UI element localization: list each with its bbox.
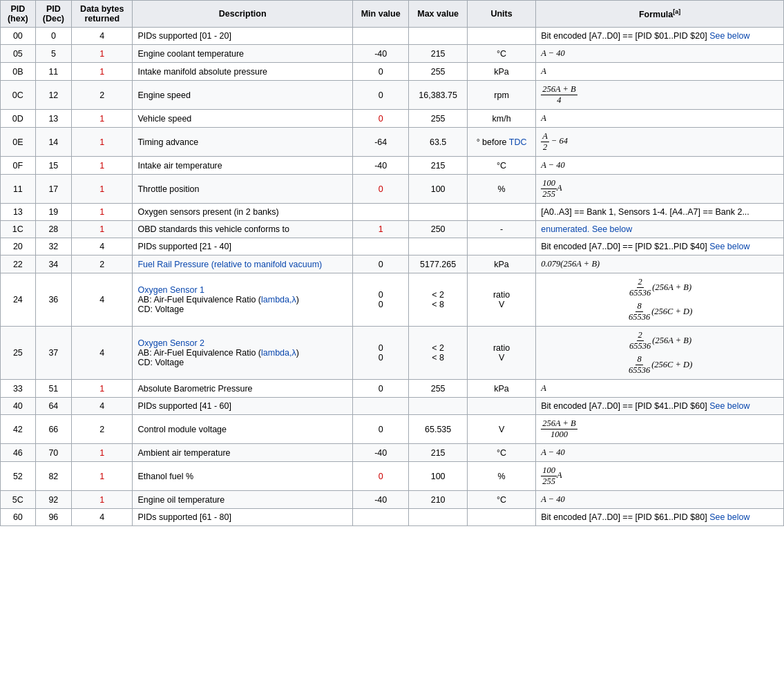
- max-value: 255: [409, 63, 468, 81]
- data-bytes: 1: [72, 63, 133, 81]
- description: Oxygen Sensor 2AB: Air-Fuel Equivalence …: [133, 327, 353, 380]
- data-bytes: 1: [72, 45, 133, 63]
- data-bytes: 4: [72, 509, 133, 526]
- min-value: 1: [353, 221, 409, 238]
- description: Oxygen sensors present (in 2 banks): [133, 204, 353, 221]
- description: Absolute Barometric Pressure: [133, 380, 353, 398]
- pid-hex: 25: [1, 327, 36, 380]
- min-value: [353, 204, 409, 221]
- description: Engine speed: [133, 81, 353, 110]
- pid-hex: 22: [1, 255, 36, 273]
- pid-dec: 15: [35, 157, 71, 175]
- units: V: [467, 415, 535, 444]
- see-below-link[interactable]: See below: [709, 31, 749, 41]
- formula: A − 40: [536, 45, 784, 63]
- units: rpm: [467, 81, 535, 110]
- units: [467, 398, 535, 415]
- max-value: [409, 204, 468, 221]
- pid-hex: 13: [1, 204, 36, 221]
- see-below-link[interactable]: See below: [709, 242, 749, 251]
- pid-dec: 11: [35, 63, 71, 81]
- max-value: 16,383.75: [409, 81, 468, 110]
- table-row: 11 17 1 Throttle position 0 100 % 100255…: [1, 175, 784, 204]
- pid-dec: 19: [35, 204, 71, 221]
- pid-dec: 51: [35, 380, 71, 398]
- see-below-link[interactable]: See below: [709, 512, 749, 522]
- formula: A − 40: [536, 491, 784, 509]
- formula: A − 40: [536, 444, 784, 462]
- header-data-bytes: Data bytesreturned: [72, 1, 133, 28]
- data-bytes: 1: [72, 204, 133, 221]
- header-pid-dec: PID(Dec): [35, 1, 71, 28]
- table-row: 0F 15 1 Intake air temperature -40 215 °…: [1, 157, 784, 175]
- description: Intake air temperature: [133, 157, 353, 175]
- data-bytes: 4: [72, 273, 133, 327]
- data-bytes: 1: [72, 157, 133, 175]
- lambda-link[interactable]: lambda,λ: [261, 295, 296, 305]
- units: [467, 204, 535, 221]
- min-value: [353, 238, 409, 255]
- min-value: [353, 28, 409, 45]
- formula: A2 − 64: [536, 128, 784, 157]
- desc-link[interactable]: Fuel Rail Pressure (relative to manifold…: [137, 260, 322, 269]
- table-row: 5C 92 1 Engine oil temperature -40 210 °…: [1, 491, 784, 509]
- header-min: Min value: [353, 1, 409, 28]
- min-value: 0: [353, 462, 409, 491]
- see-below-link[interactable]: See below: [709, 401, 749, 411]
- pid-hex: 40: [1, 398, 36, 415]
- desc-link[interactable]: Oxygen Sensor 2: [137, 338, 204, 348]
- formula: 265536(256A + B) 865536(256C + D): [536, 273, 784, 327]
- pid-hex: 20: [1, 238, 36, 255]
- description: Fuel Rail Pressure (relative to manifold…: [133, 255, 353, 273]
- data-bytes: 1: [72, 380, 133, 398]
- pid-dec: 14: [35, 128, 71, 157]
- table-row: 22 34 2 Fuel Rail Pressure (relative to …: [1, 255, 784, 273]
- header-pid-hex: PID(hex): [1, 1, 36, 28]
- formula: A: [536, 63, 784, 81]
- table-row: 05 5 1 Engine coolant temperature -40 21…: [1, 45, 784, 63]
- formula: Bit encoded [A7..D0] == [PID $21..PID $4…: [536, 238, 784, 255]
- pid-hex: 0C: [1, 81, 36, 110]
- min-value: 0: [353, 255, 409, 273]
- units: %: [467, 175, 535, 204]
- pid-dec: 13: [35, 110, 71, 128]
- header-row: PID(hex) PID(Dec) Data bytesreturned Des…: [1, 1, 784, 28]
- max-value: 65.535: [409, 415, 468, 444]
- max-value: 215: [409, 45, 468, 63]
- units: ratioV: [467, 327, 535, 380]
- pid-hex: 0B: [1, 63, 36, 81]
- min-value: 0: [353, 81, 409, 110]
- pid-dec: 70: [35, 444, 71, 462]
- max-value: 250: [409, 221, 468, 238]
- units: °C: [467, 45, 535, 63]
- lambda-link[interactable]: lambda,λ: [261, 348, 296, 358]
- formula: enumerated. See below: [536, 221, 784, 238]
- table-row: 13 19 1 Oxygen sensors present (in 2 ban…: [1, 204, 784, 221]
- pid-dec: 17: [35, 175, 71, 204]
- pid-hex: 11: [1, 175, 36, 204]
- formula: 100255A: [536, 462, 784, 491]
- data-bytes: 4: [72, 28, 133, 45]
- main-container: PID(hex) PID(Dec) Data bytesreturned Des…: [0, 0, 784, 526]
- desc-link[interactable]: Oxygen Sensor 1: [137, 285, 204, 295]
- max-value: [409, 28, 468, 45]
- max-value: 210: [409, 491, 468, 509]
- pid-hex: 0E: [1, 128, 36, 157]
- min-value: -40: [353, 444, 409, 462]
- pid-dec: 82: [35, 462, 71, 491]
- max-value: 5177.265: [409, 255, 468, 273]
- pid-hex: 46: [1, 444, 36, 462]
- units: kPa: [467, 63, 535, 81]
- description: PIDs supported [41 - 60]: [133, 398, 353, 415]
- description: Throttle position: [133, 175, 353, 204]
- tdc-link[interactable]: TDC: [509, 137, 527, 147]
- enumerated-link[interactable]: enumerated. See below: [541, 224, 632, 234]
- formula: A: [536, 380, 784, 398]
- table-row: 25 37 4 Oxygen Sensor 2AB: Air-Fuel Equi…: [1, 327, 784, 380]
- description: Engine coolant temperature: [133, 45, 353, 63]
- min-value: -40: [353, 45, 409, 63]
- description: Engine oil temperature: [133, 491, 353, 509]
- min-value: 0: [353, 110, 409, 128]
- pid-dec: 37: [35, 327, 71, 380]
- units: ratioV: [467, 273, 535, 327]
